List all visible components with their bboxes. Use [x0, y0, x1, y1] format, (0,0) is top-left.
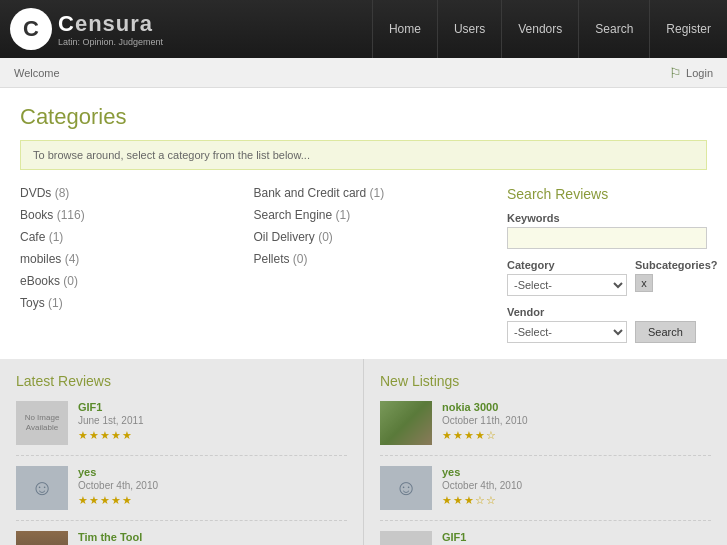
category-label: Category — [507, 259, 627, 271]
review-info: yes October 4th, 2010 ★★★★★ — [78, 466, 347, 507]
login-link[interactable]: ⚐ Login — [669, 65, 713, 81]
listing-item: nokia 3000 October 11th, 2010 ★★★★☆ — [380, 401, 711, 456]
review-item: Tim the Tool October 4th, 2010 ★★★★☆ — [16, 531, 347, 545]
vendor-row: Vendor -Select- Search — [507, 306, 707, 343]
review-item: ☺ yes October 4th, 2010 ★★★★★ — [16, 466, 347, 521]
category-column-2: Bank and Credit card (1) Search Engine (… — [254, 186, 488, 343]
listing-title[interactable]: GIF1 — [442, 531, 711, 543]
logo-icon: C — [10, 8, 52, 50]
category-group: Category -Select- — [507, 259, 627, 296]
topbar: Welcome ⚐ Login — [0, 58, 727, 88]
user-icon: ⚐ — [669, 65, 682, 81]
subcategories-label: Subcategories? — [635, 259, 718, 271]
category-column-1: DVDs (8) Books (116) Cafe (1) mobiles (4… — [20, 186, 254, 343]
nav-vendors[interactable]: Vendors — [501, 0, 578, 58]
category-books[interactable]: Books (116) — [20, 208, 254, 222]
review-title[interactable]: GIF1 — [78, 401, 347, 413]
review-title[interactable]: yes — [78, 466, 347, 478]
listing-date: October 4th, 2010 — [442, 480, 711, 491]
listing-info: nokia 3000 October 11th, 2010 ★★★★☆ — [442, 401, 711, 442]
login-label: Login — [686, 67, 713, 79]
review-thumbnail — [16, 531, 68, 545]
review-info: Tim the Tool October 4th, 2010 ★★★★☆ — [78, 531, 347, 545]
review-thumbnail: ☺ — [16, 466, 68, 510]
review-info: GIF1 June 1st, 2011 ★★★★★ — [78, 401, 347, 442]
review-thumbnail: No ImageAvailable — [16, 401, 68, 445]
logo-name: Censura — [58, 11, 163, 37]
listing-stars: ★★★★☆ — [442, 429, 711, 442]
page-title: Categories — [20, 104, 707, 130]
header: C Censura Latin: Opinion. Judgement Home… — [0, 0, 727, 58]
browse-hint: To browse around, select a category from… — [20, 140, 707, 170]
review-stars: ★★★★★ — [78, 494, 347, 507]
listing-stars: ★★★☆☆ — [442, 494, 711, 507]
nav-users[interactable]: Users — [437, 0, 501, 58]
category-toys[interactable]: Toys (1) — [20, 296, 254, 310]
clear-subcategory-button[interactable]: x — [635, 274, 653, 292]
new-listings-title: New Listings — [380, 373, 711, 389]
logo-tagline: Latin: Opinion. Judgement — [58, 37, 163, 47]
listing-date: October 11th, 2010 — [442, 415, 711, 426]
listing-item: No ImageAvailable GIF1 October 5th, 2009… — [380, 531, 711, 545]
listing-item: ☺ yes October 4th, 2010 ★★★☆☆ — [380, 466, 711, 521]
listing-title[interactable]: nokia 3000 — [442, 401, 711, 413]
search-button[interactable]: Search — [635, 321, 696, 343]
nav-home[interactable]: Home — [372, 0, 437, 58]
search-panel: Search Reviews Keywords Category -Select… — [487, 186, 707, 343]
logo-text: Censura Latin: Opinion. Judgement — [58, 11, 163, 47]
review-title[interactable]: Tim the Tool — [78, 531, 347, 543]
vendor-label: Vendor — [507, 306, 627, 318]
subcategory-group: Subcategories? x — [635, 259, 718, 292]
category-select-wrap: -Select- — [507, 274, 627, 296]
category-oil-delivery[interactable]: Oil Delivery (0) — [254, 230, 488, 244]
logo-area: C Censura Latin: Opinion. Judgement — [10, 8, 163, 50]
listing-info: GIF1 October 5th, 2009 ☆☆☆☆☆ — [442, 531, 711, 545]
category-select[interactable]: -Select- — [507, 274, 627, 296]
listing-thumbnail: No ImageAvailable — [380, 531, 432, 545]
welcome-text: Welcome — [14, 67, 60, 79]
category-pellets[interactable]: Pellets (0) — [254, 252, 488, 266]
latest-reviews: Latest Reviews No ImageAvailable GIF1 Ju… — [0, 359, 364, 545]
category-bank[interactable]: Bank and Credit card (1) — [254, 186, 488, 200]
new-listings: New Listings nokia 3000 October 11th, 20… — [364, 359, 727, 545]
category-dvds[interactable]: DVDs (8) — [20, 186, 254, 200]
listing-thumbnail: ☺ — [380, 466, 432, 510]
review-date: October 4th, 2010 — [78, 480, 347, 491]
category-ebooks[interactable]: eBooks (0) — [20, 274, 254, 288]
listing-info: yes October 4th, 2010 ★★★☆☆ — [442, 466, 711, 507]
categories-area: DVDs (8) Books (116) Cafe (1) mobiles (4… — [20, 186, 707, 343]
review-item: No ImageAvailable GIF1 June 1st, 2011 ★★… — [16, 401, 347, 456]
search-panel-title: Search Reviews — [507, 186, 707, 202]
listing-thumbnail — [380, 401, 432, 445]
keywords-label: Keywords — [507, 212, 707, 224]
keywords-input[interactable] — [507, 227, 707, 249]
nav: Home Users Vendors Search Register — [372, 0, 727, 58]
main-content: Categories To browse around, select a ca… — [0, 88, 727, 359]
category-cafe[interactable]: Cafe (1) — [20, 230, 254, 244]
vendor-select[interactable]: -Select- — [507, 321, 627, 343]
review-stars: ★★★★★ — [78, 429, 347, 442]
nav-register[interactable]: Register — [649, 0, 727, 58]
category-mobiles[interactable]: mobiles (4) — [20, 252, 254, 266]
bottom-section: Latest Reviews No ImageAvailable GIF1 Ju… — [0, 359, 727, 545]
nav-search[interactable]: Search — [578, 0, 649, 58]
vendor-group: Vendor -Select- — [507, 306, 627, 343]
listing-title[interactable]: yes — [442, 466, 711, 478]
review-date: June 1st, 2011 — [78, 415, 347, 426]
category-row: Category -Select- Subcategories? x — [507, 259, 707, 296]
latest-reviews-title: Latest Reviews — [16, 373, 347, 389]
category-search-engine[interactable]: Search Engine (1) — [254, 208, 488, 222]
